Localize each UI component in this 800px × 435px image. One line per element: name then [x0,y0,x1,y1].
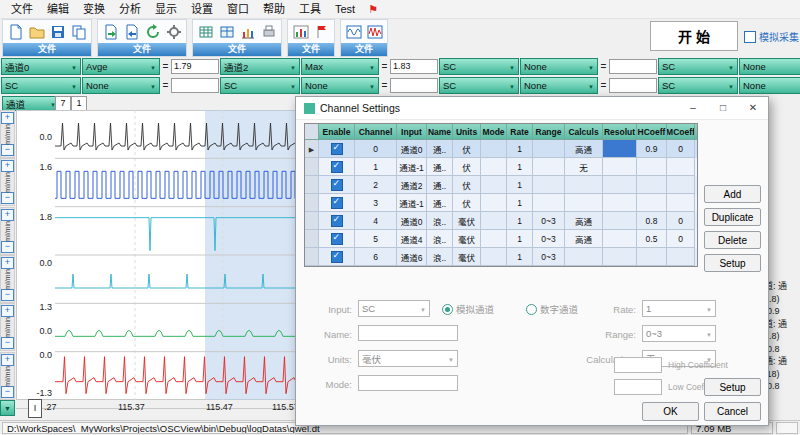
stat-channel-dropdown[interactable]: 通道0 [1,58,81,75]
channel-dropdown[interactable]: 通道 [2,96,60,111]
mode-field[interactable] [358,375,458,391]
name-field[interactable] [358,325,458,341]
menu-item-window[interactable]: 窗口 [220,0,256,18]
enable-checkbox[interactable] [331,179,343,191]
copy-icon[interactable] [68,22,89,42]
flag-icon[interactable]: ⚑ [368,3,378,16]
plus-icon[interactable] [1,257,14,269]
plus-icon[interactable] [1,112,14,124]
plot-count-box[interactable]: 7 [55,96,71,111]
menu-item-view[interactable]: 显示 [148,0,184,18]
low-coefficient-field[interactable] [614,379,662,395]
table-row[interactable]: 2 通道2 通.. 伏 1 [305,176,697,194]
table-icon[interactable] [195,22,216,42]
minus-icon[interactable] [1,386,14,398]
grid-icon[interactable] [216,22,237,42]
plus-icon[interactable] [1,160,14,172]
add-button[interactable]: Add [704,185,761,203]
chart-colored-icon[interactable] [290,22,311,42]
menu-item-edit[interactable]: 编辑 [40,0,76,18]
export-file-icon[interactable] [121,22,142,42]
chart-bar-icon[interactable] [237,22,258,42]
plus-icon[interactable] [1,305,14,317]
wave2-icon[interactable] [364,22,385,42]
plus-icon[interactable] [1,354,14,366]
stat-channel-dropdown[interactable]: SC [658,77,738,94]
enable-checkbox[interactable] [331,161,343,173]
enable-checkbox[interactable] [331,215,343,227]
menu-item-settings[interactable]: 设置 [184,0,220,18]
radio-icon[interactable] [442,304,453,315]
duplicate-button[interactable]: Duplicate [704,208,761,226]
menu-item-tools[interactable]: 工具 [292,0,328,18]
grid-cell: 0 [667,140,695,158]
refresh-icon[interactable] [142,22,163,42]
checkbox-icon[interactable] [744,31,756,43]
wave-icon[interactable] [343,22,364,42]
enable-checkbox[interactable] [331,197,343,209]
gear-icon[interactable] [163,22,184,42]
cancel-button[interactable]: Cancel [704,402,761,421]
stat-channel-dropdown[interactable]: SC [439,58,519,75]
stat-func-dropdown[interactable]: Avge [82,58,160,75]
maximize-icon[interactable]: □ [708,97,738,119]
radio-icon[interactable] [526,304,537,315]
stat-func-dropdown[interactable]: None [739,77,800,94]
new-file-icon[interactable] [5,22,26,42]
minus-icon[interactable] [1,144,14,156]
table-row[interactable]: 1 通道-1 通.. 伏 1 无 [305,158,697,176]
input-dropdown[interactable]: SC [358,300,430,317]
simulated-acquisition-checkbox[interactable]: 模拟采集 [744,29,799,44]
minus-icon[interactable] [1,337,14,349]
stat-channel-dropdown[interactable]: SC [658,58,738,75]
import-file-icon[interactable] [100,22,121,42]
plus-icon[interactable] [1,209,14,221]
enable-checkbox[interactable] [331,233,343,245]
plot-index-box[interactable]: 1 [71,96,87,111]
print-icon[interactable] [258,22,279,42]
setup-button[interactable]: Setup [704,254,761,272]
menu-item-help[interactable]: 帮助 [256,0,292,18]
flag-icon[interactable] [311,22,332,42]
open-folder-icon[interactable] [26,22,47,42]
menu-item-test[interactable]: Test [328,0,362,18]
minus-icon[interactable] [1,289,14,301]
close-icon[interactable]: ✕ [738,97,768,119]
menu-item-file[interactable]: 文件 [4,0,40,18]
stat-channel-dropdown[interactable]: SC [439,77,519,94]
stat-channel-dropdown[interactable]: 通道2 [220,58,300,75]
timebase-dropdown[interactable] [0,400,15,416]
grid-cell: 3 [355,194,397,212]
cursor-handle[interactable]: I [28,399,42,418]
stat-func-dropdown[interactable]: None [301,77,379,94]
stat-func-dropdown[interactable]: Max [301,58,379,75]
start-button[interactable]: 开 始 [650,21,738,51]
table-row[interactable]: 0 通道0 通.. 伏 1 高通 0.9 0 [305,140,697,158]
stat-func-dropdown[interactable]: None [520,77,598,94]
analog-channel-radio[interactable]: 模拟通道 [442,302,494,316]
minus-icon[interactable] [1,192,14,204]
minimize-icon[interactable]: – [678,97,708,119]
minus-icon[interactable] [1,241,14,253]
delete-button[interactable]: Delete [704,231,761,249]
stat-func-dropdown[interactable]: None [82,77,160,94]
enable-checkbox[interactable] [331,251,343,263]
setup2-button[interactable]: Setup [704,378,761,396]
save-file-icon[interactable] [47,22,68,42]
table-row[interactable]: 3 通道-1 通.. 伏 1 [305,194,697,212]
range-dropdown[interactable]: 0~3 [642,325,716,342]
stat-func-dropdown[interactable]: None [739,58,800,75]
menu-item-analyze[interactable]: 分析 [112,0,148,18]
stat-func-dropdown[interactable]: None [520,58,598,75]
table-row[interactable]: 4 通道0 浪.. 毫伏 1 0~3 高通 0.8 0 [305,212,697,230]
ok-button[interactable]: OK [642,402,699,421]
rate-dropdown[interactable]: 1 [642,300,716,317]
table-row[interactable]: 5 通道4 浪.. 毫伏 1 0~3 高通 0.5 0 [305,230,697,248]
high-coefficient-field[interactable] [614,357,662,373]
stat-channel-dropdown[interactable]: SC [220,77,300,94]
units-dropdown[interactable]: 毫伏 [358,350,458,367]
stat-channel-dropdown[interactable]: SC [1,77,81,94]
menu-item-transform[interactable]: 变换 [76,0,112,18]
table-row[interactable]: 6 通道6 浪.. 毫伏 1 0~3 [305,248,697,266]
enable-checkbox[interactable] [331,143,343,155]
